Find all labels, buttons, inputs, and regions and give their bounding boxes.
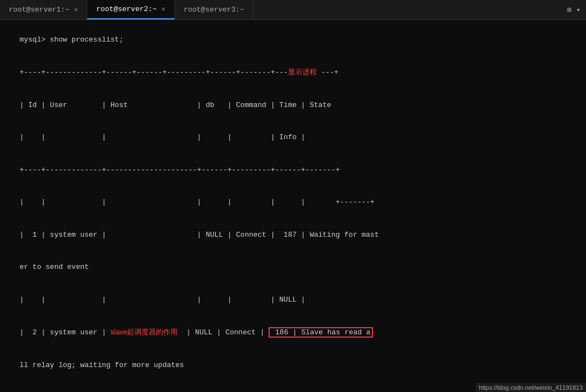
data-row-1b: er to send event bbox=[2, 251, 586, 284]
terminal: mysql> show processlist; +----+---------… bbox=[0, 20, 586, 392]
tab-right-area: ⊞ ▾ bbox=[567, 6, 586, 14]
prompt-text: mysql> show processlist; bbox=[19, 35, 123, 44]
header-text-2: | | | | | | Info | bbox=[19, 133, 305, 141]
to-text: send event bbox=[46, 263, 89, 271]
sep1-text: +----+-------------+------+------+------… bbox=[19, 68, 288, 77]
row1-info: | | | | | | NULL | bbox=[19, 296, 305, 304]
row2-text2: | NULL | Connect | bbox=[178, 328, 269, 337]
separator-line-2: +----+-------------+--------------------… bbox=[2, 154, 586, 186]
url-bar: https://blog.csdn.net/weixin_41191813 bbox=[476, 383, 586, 392]
row2-time-state-highlight: 186 | Slave has read a bbox=[269, 327, 372, 338]
row1-cont: er to send event bbox=[19, 263, 89, 271]
row2-text: | 2 | system user | bbox=[19, 328, 110, 337]
sep1-text2: ---+ bbox=[317, 68, 339, 77]
sep3-text: | | | | | | | +-------+ bbox=[19, 198, 375, 206]
tab-server2-label: root@server2:~ bbox=[96, 5, 156, 13]
tab-server3-label: root@server3:~ bbox=[184, 6, 244, 14]
annotation-slave-scheduler: slave起调度器的作用 bbox=[110, 328, 178, 336]
tab-server3[interactable]: root@server3:~ bbox=[175, 0, 254, 19]
annotation-show-process: 显示进程 bbox=[288, 68, 317, 76]
separator-line-1: +----+-------------+------+------+------… bbox=[2, 56, 586, 89]
data-row-2b: ll relay log; waiting for more updates bbox=[2, 349, 586, 381]
data-row-2a: | 2 | system user | slave起调度器的作用 | NULL … bbox=[2, 316, 586, 349]
sep2-text: +----+-------------+--------------------… bbox=[19, 166, 340, 174]
tab-server2-close[interactable]: ✕ bbox=[161, 5, 165, 13]
tab-chevron-icon[interactable]: ▾ bbox=[576, 6, 580, 14]
tab-server1-close[interactable]: ✕ bbox=[74, 6, 78, 14]
tab-server1[interactable]: root@server1:~ ✕ bbox=[0, 0, 87, 19]
tab-server1-label: root@server1:~ bbox=[9, 6, 69, 14]
separator-line-3: | | | | | | | +-------+ bbox=[2, 186, 586, 219]
tab-bar: root@server1:~ ✕ root@server2:~ ✕ root@s… bbox=[0, 0, 586, 20]
data-row-1c: | | | | | | NULL | bbox=[2, 283, 586, 316]
prompt-line: mysql> show processlist; bbox=[2, 23, 586, 56]
data-row-1a: | 1 | system user | | NULL | Connect | 1… bbox=[2, 218, 586, 251]
row1-text: | 1 | system user | | NULL | Connect | 1… bbox=[19, 231, 379, 239]
header-row-1: | Id | User | Host | db | Command | Time… bbox=[2, 89, 586, 121]
tab-menu-icon[interactable]: ⊞ bbox=[567, 6, 572, 14]
url-text: https://blog.csdn.net/weixin_41191813 bbox=[479, 384, 583, 391]
header-row-2: | | | | | | Info | bbox=[2, 121, 586, 154]
header-text-1: | Id | User | Host | db | Command | Time… bbox=[19, 101, 331, 109]
row2-cont: ll relay log; waiting for more updates bbox=[19, 361, 184, 369]
tab-server2[interactable]: root@server2:~ ✕ bbox=[87, 0, 174, 19]
